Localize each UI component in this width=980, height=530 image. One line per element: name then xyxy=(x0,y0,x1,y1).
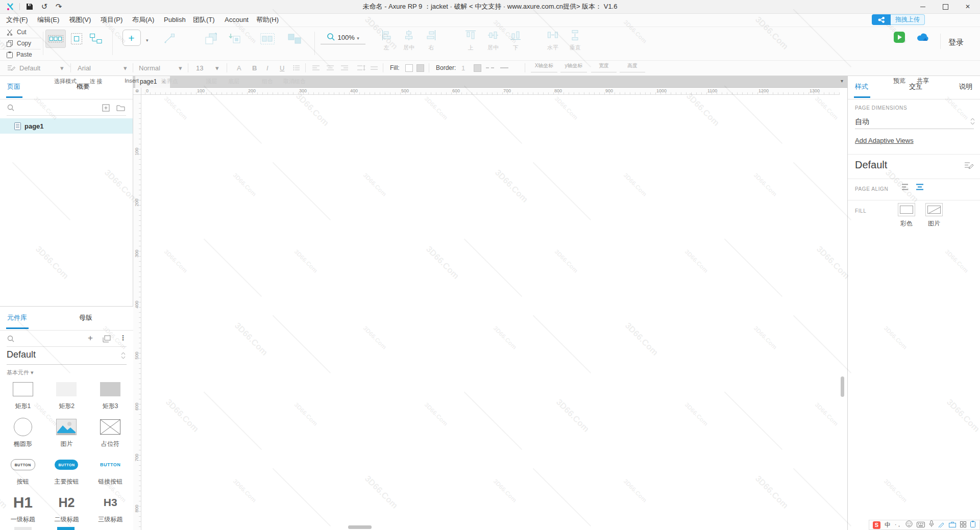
menu-publish[interactable]: Publish xyxy=(161,13,189,27)
widget-h1[interactable]: H1一级标题 xyxy=(1,490,45,527)
undo-icon[interactable]: ↺ xyxy=(40,2,49,11)
chevron-down-icon[interactable]: ▾ xyxy=(60,60,64,75)
page-align-center-icon[interactable] xyxy=(915,183,924,193)
page-tree-item[interactable]: page1 xyxy=(0,118,133,134)
connect-button[interactable] xyxy=(87,30,105,48)
tab-list-chevron-icon[interactable]: ▾ xyxy=(841,78,843,84)
stepper-icon[interactable] xyxy=(970,117,975,128)
boundary-button[interactable] xyxy=(162,30,177,48)
border-color-swatch[interactable] xyxy=(474,60,481,75)
bottom-layer-button[interactable] xyxy=(225,30,242,48)
bullet-list-icon[interactable] xyxy=(293,60,300,75)
menu-team[interactable]: 团队(T) xyxy=(190,13,218,27)
widget-primary-button[interactable]: BUTTON主要按钮 xyxy=(45,452,89,489)
login-button[interactable]: 登录 xyxy=(948,38,964,47)
fill-color-swatch[interactable] xyxy=(405,60,413,75)
sogou-logo-icon[interactable]: S xyxy=(873,521,880,529)
insert-dropdown-icon[interactable]: ▾ xyxy=(146,38,149,43)
cut-button[interactable]: Cut xyxy=(0,27,41,38)
chevron-down-icon[interactable]: ▾ xyxy=(179,60,182,75)
widget-rect2[interactable]: 矩形2 xyxy=(45,377,89,414)
preview-icon[interactable] xyxy=(894,32,905,43)
microphone-icon[interactable] xyxy=(929,520,934,529)
search-icon[interactable] xyxy=(7,335,15,345)
minimize-button[interactable] xyxy=(912,0,934,13)
style-edit-icon[interactable] xyxy=(7,60,15,75)
align-middle-button[interactable]: 居中 xyxy=(482,30,504,52)
char-spacing-icon[interactable] xyxy=(371,60,379,75)
more-menu-icon[interactable]: ⋮ xyxy=(119,334,127,342)
font-size-select[interactable]: 13 xyxy=(196,60,203,75)
align-text-right-icon[interactable] xyxy=(341,60,349,75)
toolbox-icon[interactable] xyxy=(949,520,956,529)
widget-ellipse[interactable]: 椭圆形 xyxy=(1,415,45,451)
search-icon[interactable] xyxy=(7,104,15,114)
share-cloud-icon[interactable] xyxy=(916,32,930,42)
widget-style-select[interactable]: Default xyxy=(19,60,40,75)
vertical-scrollbar[interactable] xyxy=(840,95,845,530)
clipboard-icon[interactable] xyxy=(970,520,975,529)
copy-button[interactable]: Copy xyxy=(0,38,41,49)
distribute-vertical-button[interactable]: 垂直 xyxy=(564,30,586,52)
redo-icon[interactable]: ↷ xyxy=(54,2,63,11)
widget-h2[interactable]: H2二级标题 xyxy=(45,490,89,527)
underline-button[interactable]: U xyxy=(280,60,284,75)
handwriting-icon[interactable] xyxy=(938,520,945,529)
paste-button[interactable]: Paste xyxy=(0,49,41,60)
menu-account[interactable]: Account xyxy=(222,13,252,27)
page-dimensions-select[interactable]: 自动 xyxy=(855,117,869,127)
align-text-center-icon[interactable] xyxy=(327,60,334,75)
align-top-button[interactable]: 上 xyxy=(459,30,482,52)
tab-widget-library[interactable]: 元件库 xyxy=(7,313,27,322)
align-right-button[interactable]: 右 xyxy=(420,30,443,52)
horizontal-scrollbar-thumb[interactable] xyxy=(348,525,372,529)
ime-punctuation-toggle[interactable]: ·， xyxy=(895,521,901,528)
keyboard-icon[interactable] xyxy=(917,520,925,529)
widget-rect1[interactable]: 矩形1 xyxy=(1,377,45,414)
widget-rect3[interactable]: 矩形3 xyxy=(88,377,132,414)
font-family-select[interactable]: Arial xyxy=(78,60,91,75)
maximize-button[interactable] xyxy=(934,0,957,13)
widget-image[interactable]: 图片 xyxy=(45,415,89,451)
save-icon[interactable] xyxy=(26,2,34,11)
group-button[interactable] xyxy=(258,30,277,48)
border-width-value[interactable]: 1 xyxy=(461,60,465,75)
upload-pill[interactable]: 拖拽上传 xyxy=(872,14,925,25)
font-weight-select[interactable]: Normal xyxy=(139,60,160,75)
width-field[interactable]: 宽度 xyxy=(591,62,617,72)
tab-style[interactable]: 样式 xyxy=(855,82,868,91)
zoom-control[interactable]: 100% ▾ xyxy=(321,33,365,44)
tab-notes[interactable]: 说明 xyxy=(959,82,972,91)
fill-image-button[interactable] xyxy=(925,203,943,216)
align-left-button[interactable]: 左 xyxy=(375,30,398,52)
layers-icon[interactable] xyxy=(102,335,111,345)
contain-select-button[interactable] xyxy=(68,30,85,48)
align-bottom-button[interactable]: 下 xyxy=(504,30,527,52)
align-text-left-icon[interactable] xyxy=(312,60,320,75)
border-dash-icon[interactable] xyxy=(486,60,494,75)
y-coordinate-field[interactable]: y轴坐标 xyxy=(560,62,587,72)
insert-button[interactable]: + xyxy=(122,30,141,46)
widget-h3[interactable]: H3三级标题 xyxy=(88,490,132,527)
tab-masters[interactable]: 母版 xyxy=(79,313,92,322)
add-adaptive-views-link[interactable]: Add Adaptive Views xyxy=(855,137,914,144)
menu-layout[interactable]: 布局(A) xyxy=(129,13,157,27)
scrollbar-thumb[interactable] xyxy=(841,376,844,397)
add-library-icon[interactable]: + xyxy=(88,333,93,343)
ungroup-button[interactable] xyxy=(285,30,304,48)
italic-button[interactable]: I xyxy=(266,60,268,75)
fill-gray-swatch[interactable] xyxy=(416,60,424,75)
chevron-down-icon[interactable]: ▾ xyxy=(124,60,127,75)
zoom-dropdown-icon[interactable]: ▾ xyxy=(357,36,359,41)
menu-view[interactable]: 视图(V) xyxy=(66,13,94,27)
text-color-button[interactable]: A xyxy=(237,60,241,75)
menu-file[interactable]: 文件(F) xyxy=(3,13,31,27)
add-page-icon[interactable] xyxy=(102,104,110,114)
intersect-select-button[interactable] xyxy=(45,30,66,48)
widget-link-button[interactable]: BUTTON链接按钮 xyxy=(88,452,132,489)
ime-language-toggle[interactable]: 中 xyxy=(885,521,891,529)
close-button[interactable]: ✕ xyxy=(957,0,979,13)
fill-color-button[interactable] xyxy=(898,203,915,216)
widget-placeholder[interactable]: 占位符 xyxy=(88,415,132,451)
menu-edit[interactable]: 编辑(E) xyxy=(34,13,62,27)
